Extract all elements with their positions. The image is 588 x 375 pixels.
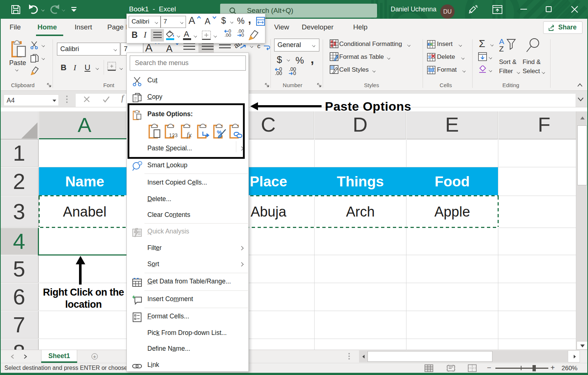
svg-text:i: i — [140, 162, 140, 165]
